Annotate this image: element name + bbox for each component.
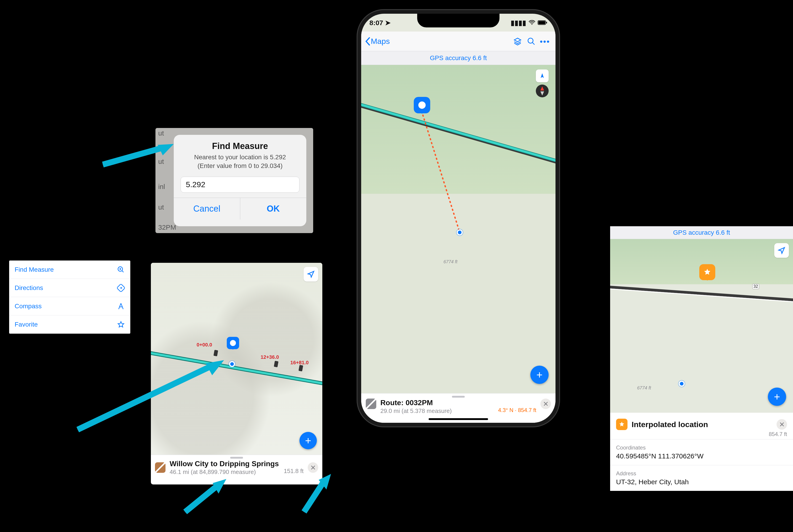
location-arrow-icon: ➤	[385, 19, 391, 26]
dialog-title: Find Measure	[174, 141, 306, 151]
home-indicator[interactable]	[429, 418, 488, 420]
compass-a-icon	[117, 302, 125, 310]
bg-text-4: ut	[158, 203, 164, 211]
close-button[interactable]: ✕	[776, 419, 787, 430]
menu-item-directions[interactable]: Directions	[9, 279, 130, 297]
interpolated-panel: GPS accuracy 6.6 ft 32 6774 ft + Interpo…	[610, 226, 793, 491]
chevron-left-icon	[365, 37, 370, 46]
svg-line-9	[103, 149, 160, 165]
search-button[interactable]	[524, 35, 538, 48]
measure-label-b: 12+36.0	[261, 354, 279, 360]
map-pin[interactable]	[227, 337, 239, 349]
menu-item-label: Directions	[15, 284, 43, 291]
star-icon	[117, 321, 125, 328]
status-time: 8:07 ➤	[370, 19, 391, 27]
action-menu: Find Measure Directions Compass Favorite	[9, 261, 130, 334]
measure-dotted-line	[361, 65, 555, 385]
add-button[interactable]: +	[300, 432, 317, 449]
menu-item-find-measure[interactable]: Find Measure	[9, 261, 130, 279]
compass-button[interactable]	[536, 84, 549, 97]
menu-item-label: Favorite	[15, 321, 38, 328]
more-button[interactable]: •••	[538, 35, 552, 48]
dialog-subtitle: Nearest to your location is 5.292 (Enter…	[181, 153, 300, 170]
address-row[interactable]: Address UT-32, Heber City, Utah	[610, 465, 793, 491]
gps-accuracy-bar[interactable]: GPS accuracy 6.6 ft	[361, 51, 555, 65]
bg-text-5: 32PM	[158, 224, 176, 231]
layers-button[interactable]	[511, 35, 524, 48]
iphone-device-frame: 8:07 ➤ ▮▮▮▮ Maps •••	[357, 9, 560, 428]
nav-bar: Maps •••	[361, 32, 555, 51]
gps-accuracy-bar[interactable]: GPS accuracy 6.6 ft	[610, 226, 793, 239]
svg-rect-4	[539, 21, 545, 24]
coords-row[interactable]: Coordinates 40.595485°N 111.370626°W	[610, 439, 793, 465]
locate-button[interactable]	[774, 243, 789, 258]
route-subtitle: 46.1 mi (at 84,899.790 measure)	[170, 469, 280, 476]
route-title: Route: 0032PM	[380, 399, 536, 407]
layers-icon	[513, 37, 522, 46]
svg-line-14	[185, 482, 222, 512]
wifi-icon	[529, 20, 535, 25]
close-button[interactable]: ✕	[308, 462, 318, 473]
north-arrow-icon	[539, 73, 545, 79]
cancel-button[interactable]: Cancel	[174, 198, 240, 220]
interp-title: Interpolated location	[631, 420, 772, 429]
coords-label: Coordinates	[616, 444, 787, 451]
coords-value: 40.595485°N 111.370626°W	[616, 452, 787, 460]
svg-rect-5	[546, 22, 547, 23]
route-title: Willow City to Dripping Springs	[170, 459, 280, 468]
route-pin[interactable]	[414, 97, 430, 113]
close-button[interactable]: ✕	[541, 399, 551, 409]
menu-item-label: Find Measure	[15, 266, 54, 273]
route-swatch	[155, 462, 166, 473]
svg-line-15	[185, 486, 217, 512]
star-pin[interactable]	[699, 264, 715, 280]
map-canvas-interp[interactable]: 32 6774 ft +	[610, 239, 793, 413]
locate-button[interactable]	[304, 267, 318, 282]
search-icon	[527, 37, 535, 46]
measure-label-a: 0+00.0	[196, 342, 212, 348]
menu-item-label: Compass	[15, 303, 42, 310]
star-icon	[703, 268, 711, 276]
user-location-dot	[457, 229, 463, 235]
info-bar-willow[interactable]: Willow City to Dripping Springs 46.1 mi …	[151, 455, 322, 480]
user-location-dot	[679, 381, 685, 387]
address-value: UT-32, Heber City, Utah	[616, 478, 787, 486]
search-icon	[117, 266, 125, 273]
map-canvas-phone[interactable]: 6774 ft +	[361, 65, 555, 423]
star-badge	[616, 419, 627, 430]
measure-input[interactable]	[181, 177, 300, 193]
menu-item-favorite[interactable]: Favorite	[9, 315, 130, 334]
card-willow-city: 0+00.0 12+36.0 16+81.0 + Willow City to …	[151, 263, 322, 484]
notch	[417, 14, 499, 27]
svg-point-2	[531, 24, 532, 25]
back-label: Maps	[371, 37, 390, 46]
route-subtitle: 29.0 mi (at 5.378 measure)	[380, 407, 452, 415]
route-swatch	[366, 399, 376, 409]
address-label: Address	[616, 470, 787, 477]
svg-line-18	[304, 482, 324, 512]
signal-icon: ▮▮▮▮	[511, 19, 526, 27]
bg-text-2: ut	[158, 158, 164, 166]
back-button[interactable]: Maps	[365, 37, 390, 46]
bg-text-3: inl	[158, 183, 165, 191]
user-location-dot	[229, 361, 235, 367]
grab-handle[interactable]	[230, 457, 243, 459]
locate-arrow-icon	[307, 270, 315, 278]
route-distance: 151.8 ft	[284, 468, 304, 475]
ok-button[interactable]: OK	[240, 198, 306, 220]
interp-distance: 854.7 ft	[610, 431, 793, 439]
star-icon	[619, 421, 625, 428]
more-icon: •••	[540, 37, 550, 45]
menu-item-compass[interactable]: Compass	[9, 297, 130, 315]
find-measure-dialog: Find Measure Nearest to your location is…	[174, 135, 306, 226]
locate-arrow-icon	[778, 247, 786, 254]
add-button[interactable]: +	[530, 366, 549, 384]
road-shield: 32	[752, 284, 759, 289]
add-button[interactable]: +	[768, 387, 786, 406]
north-button[interactable]	[536, 70, 549, 82]
elevation-label: 6774 ft	[637, 385, 651, 391]
svg-line-7	[423, 115, 459, 232]
map-canvas-1[interactable]: 0+00.0 12+36.0 16+81.0 +	[151, 263, 322, 455]
svg-point-6	[528, 38, 533, 43]
grab-handle[interactable]	[452, 396, 465, 398]
